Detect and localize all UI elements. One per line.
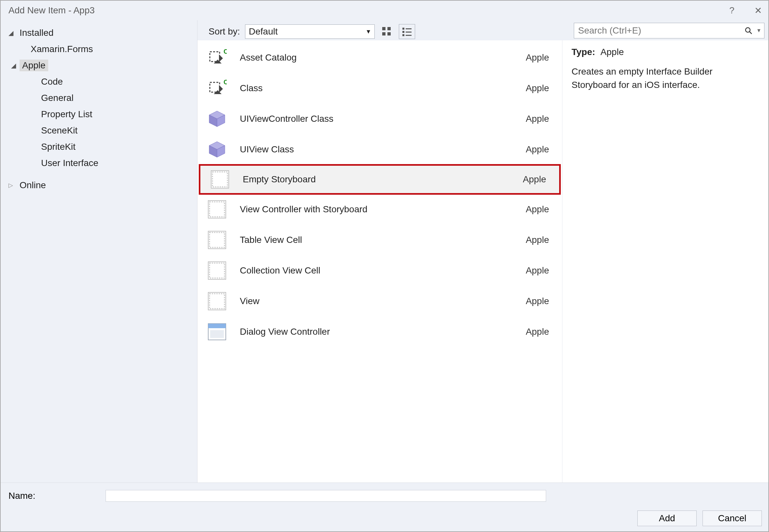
template-name: Collection View Cell — [240, 265, 514, 276]
sort-by-select[interactable]: Default ▼ — [245, 24, 375, 39]
template-category: Apple — [525, 114, 554, 124]
template-name: View Controller with Storyboard — [240, 204, 514, 215]
template-name: UIViewController Class — [240, 114, 514, 124]
template-name: Class — [240, 83, 514, 93]
template-row[interactable]: Dialog View ControllerApple — [198, 316, 562, 347]
tree-user-interface[interactable]: User Interface — [1, 155, 197, 171]
window-title: Add New Item - App3 — [5, 3, 99, 18]
tree-general[interactable]: General — [1, 90, 197, 106]
template-category: Apple — [525, 265, 554, 276]
details-pane: Type: Apple Creates an empty Interface B… — [562, 40, 768, 483]
chevron-down-icon: ◢ — [8, 29, 15, 37]
name-label: Name: — [8, 491, 35, 501]
asset-icon: C# — [205, 46, 229, 69]
template-row[interactable]: UIView ClassApple — [198, 134, 562, 165]
template-category: Apple — [525, 327, 554, 337]
svg-line-38 — [749, 32, 752, 34]
template-row[interactable]: Table View CellApple — [198, 225, 562, 255]
svg-marker-13 — [219, 54, 223, 62]
footer: Name: Add Cancel — [1, 483, 768, 531]
svg-rect-3 — [387, 32, 391, 35]
template-name: UIView Class — [240, 144, 514, 155]
svg-rect-32 — [208, 292, 226, 310]
template-category: Apple — [525, 235, 554, 245]
template-category: Apple — [525, 296, 554, 306]
template-list: C#Asset CatalogAppleC#ClassAppleUIViewCo… — [198, 40, 562, 483]
chevron-right-icon: ▷ — [8, 182, 15, 189]
template-name: Table View Cell — [240, 235, 514, 245]
category-tree: ◢ Installed Xamarin.Forms ◢ Apple Code G… — [1, 20, 198, 483]
chevron-down-icon[interactable]: ▼ — [756, 28, 764, 34]
cube-icon — [205, 107, 229, 131]
details-type-label: Type: — [571, 47, 595, 57]
template-row[interactable]: UIViewController ClassApple — [198, 104, 562, 134]
svg-rect-24 — [211, 171, 229, 188]
svg-rect-0 — [382, 27, 385, 30]
tree-scenekit[interactable]: SceneKit — [1, 122, 197, 139]
template-row[interactable]: View Controller with StoryboardApple — [198, 194, 562, 225]
template-row[interactable]: Empty StoryboardApple — [199, 164, 561, 195]
svg-rect-26 — [208, 201, 226, 218]
cube-icon — [205, 138, 229, 161]
asset-icon: C# — [205, 77, 229, 100]
template-row[interactable]: Collection View CellApple — [198, 255, 562, 286]
svg-rect-9 — [406, 35, 412, 36]
title-bar: Add New Item - App3 ? ✕ — [1, 1, 768, 20]
name-input[interactable] — [105, 490, 546, 502]
template-category: Apple — [525, 52, 554, 63]
svg-rect-2 — [382, 32, 385, 35]
svg-rect-7 — [406, 32, 412, 33]
search-box[interactable]: ▼ — [574, 23, 764, 38]
template-row[interactable]: C#Asset CatalogApple — [198, 42, 562, 73]
template-category: Apple — [525, 144, 554, 155]
svg-text:C#: C# — [224, 78, 227, 86]
tree-apple[interactable]: ◢ Apple — [1, 57, 197, 74]
svg-rect-30 — [208, 262, 226, 279]
template-category: Apple — [525, 204, 554, 215]
svg-rect-4 — [402, 28, 404, 30]
view-list-button[interactable] — [399, 24, 415, 39]
cancel-button[interactable]: Cancel — [703, 511, 762, 526]
svg-rect-5 — [406, 28, 412, 29]
details-description: Creates an empty Interface Builder Story… — [571, 65, 759, 91]
template-row[interactable]: C#ClassApple — [198, 73, 562, 104]
storyboard-icon — [205, 259, 229, 282]
svg-rect-36 — [210, 330, 224, 338]
storyboard-icon — [205, 228, 229, 252]
close-icon[interactable]: ✕ — [751, 5, 764, 16]
storyboard-icon — [208, 168, 232, 191]
tree-installed[interactable]: ◢ Installed — [1, 25, 197, 41]
tree-spritekit[interactable]: SpriteKit — [1, 139, 197, 155]
add-button[interactable]: Add — [637, 511, 697, 526]
svg-rect-35 — [208, 324, 226, 328]
template-category: Apple — [525, 83, 554, 93]
view-tiles-button[interactable] — [379, 24, 395, 39]
template-name: Asset Catalog — [240, 52, 514, 63]
dialog-icon — [205, 320, 229, 343]
svg-marker-17 — [219, 85, 223, 93]
svg-rect-6 — [402, 31, 404, 33]
details-type-value: Apple — [601, 47, 624, 57]
template-name: Dialog View Controller — [240, 327, 514, 337]
svg-rect-1 — [387, 27, 391, 30]
chevron-down-icon: ▼ — [366, 28, 371, 35]
svg-text:C#: C# — [224, 48, 227, 55]
tree-code[interactable]: Code — [1, 74, 197, 90]
storyboard-icon — [205, 198, 229, 221]
template-name: View — [240, 296, 514, 306]
template-row[interactable]: ViewApple — [198, 286, 562, 316]
sort-by-label: Sort by: — [209, 26, 240, 37]
template-category: Apple — [523, 174, 551, 185]
svg-point-37 — [746, 28, 750, 32]
search-icon[interactable] — [745, 27, 756, 35]
svg-rect-8 — [402, 34, 404, 36]
tree-property-list[interactable]: Property List — [1, 106, 197, 122]
help-icon[interactable]: ? — [725, 5, 738, 16]
svg-rect-28 — [208, 231, 226, 249]
tree-xamarin-forms[interactable]: Xamarin.Forms — [1, 41, 197, 57]
tree-online[interactable]: ▷ Online — [1, 177, 197, 193]
chevron-down-icon: ◢ — [11, 62, 18, 69]
storyboard-icon — [205, 289, 229, 313]
search-input[interactable] — [574, 25, 745, 36]
template-name: Empty Storyboard — [243, 174, 511, 185]
